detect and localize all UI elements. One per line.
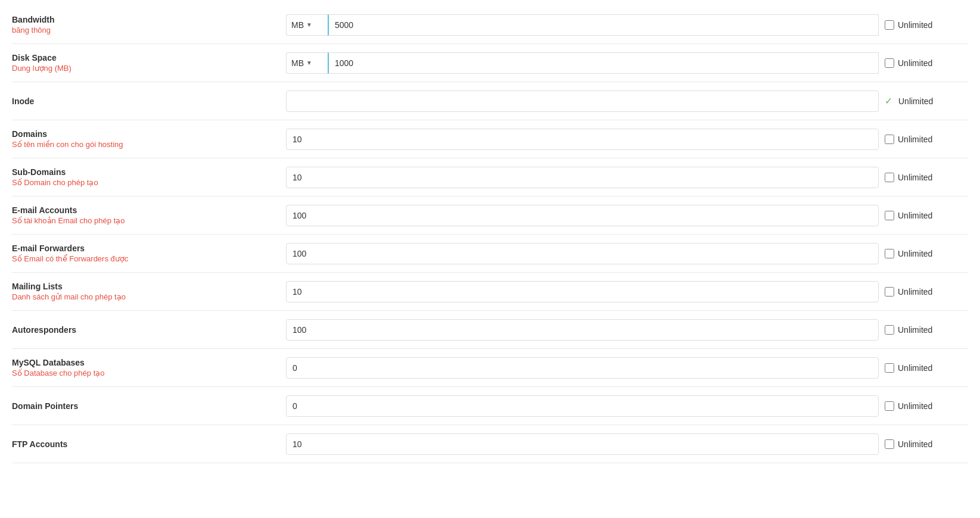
unlimited-section-ftp-accounts: Unlimited bbox=[885, 439, 968, 449]
value-input-domains[interactable] bbox=[286, 129, 879, 150]
label-group-inode: Inode bbox=[12, 96, 286, 106]
unlimited-checkbox-disk-space[interactable] bbox=[885, 58, 894, 68]
value-input-ftp-accounts[interactable] bbox=[286, 433, 879, 455]
row-domain-pointers: Domain PointersUnlimited bbox=[12, 387, 968, 425]
value-input-email-accounts[interactable] bbox=[286, 205, 879, 226]
value-input-bandwidth[interactable] bbox=[328, 14, 879, 36]
value-input-email-forwarders[interactable] bbox=[286, 243, 879, 264]
field-label-email-accounts: E-mail Accounts bbox=[12, 205, 286, 215]
row-inode: Inode✓Unlimited bbox=[12, 82, 968, 120]
controls-ftp-accounts: Unlimited bbox=[286, 433, 968, 455]
unlimited-checkbox-ftp-accounts[interactable] bbox=[885, 439, 894, 449]
row-mysql-databases: MySQL DatabasesSố Database cho phép tạoU… bbox=[12, 349, 968, 387]
unlimited-section-email-accounts: Unlimited bbox=[885, 211, 968, 220]
unlimited-label-domains: Unlimited bbox=[898, 135, 932, 144]
unlimited-label-email-accounts: Unlimited bbox=[898, 211, 932, 220]
label-group-disk-space: Disk SpaceDung lượng (MB) bbox=[12, 53, 286, 73]
field-label-disk-space: Disk Space bbox=[12, 53, 286, 63]
label-group-sub-domains: Sub-DomainsSố Domain cho phép tạo bbox=[12, 167, 286, 187]
label-group-mysql-databases: MySQL DatabasesSố Database cho phép tạo bbox=[12, 358, 286, 377]
unlimited-label-autoresponders: Unlimited bbox=[898, 325, 932, 335]
unlimited-section-disk-space: Unlimited bbox=[885, 58, 968, 68]
value-input-mailing-lists[interactable] bbox=[286, 281, 879, 302]
unlimited-section-domain-pointers: Unlimited bbox=[885, 401, 968, 411]
controls-mysql-databases: Unlimited bbox=[286, 357, 968, 379]
unlimited-section-autoresponders: Unlimited bbox=[885, 325, 968, 335]
row-domains: DomainsSố tên miền con cho gói hostingUn… bbox=[12, 120, 968, 158]
field-label-email-forwarders: E-mail Forwarders bbox=[12, 244, 286, 253]
unlimited-label-sub-domains: Unlimited bbox=[898, 173, 932, 182]
field-hint-email-accounts: Số tài khoản Email cho phép tạo bbox=[12, 216, 286, 225]
row-ftp-accounts: FTP AccountsUnlimited bbox=[12, 425, 968, 463]
unlimited-checkbox-mailing-lists[interactable] bbox=[885, 287, 894, 297]
row-bandwidth: Bandwidthbăng thôngMBGBTB▼Unlimited bbox=[12, 6, 968, 44]
field-label-inode: Inode bbox=[12, 96, 286, 106]
value-input-mysql-databases[interactable] bbox=[286, 357, 879, 379]
value-input-disk-space[interactable] bbox=[328, 52, 879, 74]
unlimited-section-inode: ✓Unlimited bbox=[885, 95, 968, 107]
label-group-autoresponders: Autoresponders bbox=[12, 325, 286, 335]
unlimited-label-disk-space: Unlimited bbox=[898, 58, 932, 68]
unlimited-checkbox-sub-domains[interactable] bbox=[885, 173, 894, 182]
unlimited-checkbox-mysql-databases[interactable] bbox=[885, 363, 894, 373]
controls-autoresponders: Unlimited bbox=[286, 319, 968, 341]
unlimited-label-bandwidth: Unlimited bbox=[898, 20, 932, 30]
field-hint-domains: Số tên miền con cho gói hosting bbox=[12, 140, 286, 149]
unlimited-label-inode: Unlimited bbox=[898, 96, 933, 106]
label-group-mailing-lists: Mailing ListsDanh sách gửi mail cho phép… bbox=[12, 282, 286, 301]
unlimited-label-mailing-lists: Unlimited bbox=[898, 287, 932, 297]
controls-mailing-lists: Unlimited bbox=[286, 281, 968, 302]
field-hint-bandwidth: băng thông bbox=[12, 26, 286, 35]
field-hint-mysql-databases: Số Database cho phép tạo bbox=[12, 369, 286, 377]
value-input-sub-domains[interactable] bbox=[286, 167, 879, 188]
controls-sub-domains: Unlimited bbox=[286, 167, 968, 188]
row-sub-domains: Sub-DomainsSố Domain cho phép tạoUnlimit… bbox=[12, 158, 968, 196]
inode-input-area bbox=[286, 91, 879, 112]
row-email-accounts: E-mail AccountsSố tài khoản Email cho ph… bbox=[12, 196, 968, 235]
label-group-domain-pointers: Domain Pointers bbox=[12, 401, 286, 411]
unit-wrapper-bandwidth: MBGBTB▼ bbox=[286, 14, 328, 36]
unit-select-disk-space[interactable]: MBGBTB bbox=[291, 58, 312, 68]
row-disk-space: Disk SpaceDung lượng (MB)MBGBTB▼Unlimite… bbox=[12, 44, 968, 82]
unlimited-section-sub-domains: Unlimited bbox=[885, 173, 968, 182]
unlimited-section-mailing-lists: Unlimited bbox=[885, 287, 968, 297]
unlimited-label-domain-pointers: Unlimited bbox=[898, 401, 932, 411]
field-label-mysql-databases: MySQL Databases bbox=[12, 358, 286, 367]
field-hint-sub-domains: Số Domain cho phép tạo bbox=[12, 178, 286, 187]
label-group-email-accounts: E-mail AccountsSố tài khoản Email cho ph… bbox=[12, 205, 286, 225]
field-label-domain-pointers: Domain Pointers bbox=[12, 401, 286, 411]
row-autoresponders: AutorespondersUnlimited bbox=[12, 311, 968, 349]
unlimited-section-mysql-databases: Unlimited bbox=[885, 363, 968, 373]
field-label-sub-domains: Sub-Domains bbox=[12, 167, 286, 177]
field-label-autoresponders: Autoresponders bbox=[12, 325, 286, 335]
field-label-bandwidth: Bandwidth bbox=[12, 15, 286, 24]
check-icon: ✓ bbox=[885, 95, 892, 107]
field-hint-mailing-lists: Danh sách gửi mail cho phép tạo bbox=[12, 292, 286, 301]
controls-email-forwarders: Unlimited bbox=[286, 243, 968, 264]
unlimited-checkbox-bandwidth[interactable] bbox=[885, 20, 894, 30]
unlimited-checkbox-domains[interactable] bbox=[885, 135, 894, 144]
form-container: Bandwidthbăng thôngMBGBTB▼UnlimitedDisk … bbox=[0, 0, 980, 518]
row-email-forwarders: E-mail ForwardersSố Email có thể Forward… bbox=[12, 235, 968, 273]
field-hint-disk-space: Dung lượng (MB) bbox=[12, 64, 286, 73]
unlimited-section-domains: Unlimited bbox=[885, 135, 968, 144]
unlimited-label-ftp-accounts: Unlimited bbox=[898, 439, 932, 449]
value-input-autoresponders[interactable] bbox=[286, 319, 879, 341]
unlimited-checkbox-email-forwarders[interactable] bbox=[885, 249, 894, 258]
controls-bandwidth: MBGBTB▼Unlimited bbox=[286, 14, 968, 36]
unlimited-section-email-forwarders: Unlimited bbox=[885, 249, 968, 258]
field-hint-email-forwarders: Số Email có thể Forwarders được bbox=[12, 254, 286, 263]
with-unit-bandwidth: MBGBTB▼ bbox=[286, 14, 879, 36]
label-group-domains: DomainsSố tên miền con cho gói hosting bbox=[12, 129, 286, 149]
label-group-email-forwarders: E-mail ForwardersSố Email có thể Forward… bbox=[12, 244, 286, 263]
value-input-domain-pointers[interactable] bbox=[286, 395, 879, 417]
row-mailing-lists: Mailing ListsDanh sách gửi mail cho phép… bbox=[12, 273, 968, 311]
unlimited-checkbox-autoresponders[interactable] bbox=[885, 325, 894, 335]
unlimited-section-bandwidth: Unlimited bbox=[885, 20, 968, 30]
unlimited-checkbox-email-accounts[interactable] bbox=[885, 211, 894, 220]
unlimited-checkbox-domain-pointers[interactable] bbox=[885, 401, 894, 411]
controls-domains: Unlimited bbox=[286, 129, 968, 150]
controls-email-accounts: Unlimited bbox=[286, 205, 968, 226]
unlimited-label-email-forwarders: Unlimited bbox=[898, 249, 932, 258]
unit-select-bandwidth[interactable]: MBGBTB bbox=[291, 20, 312, 30]
